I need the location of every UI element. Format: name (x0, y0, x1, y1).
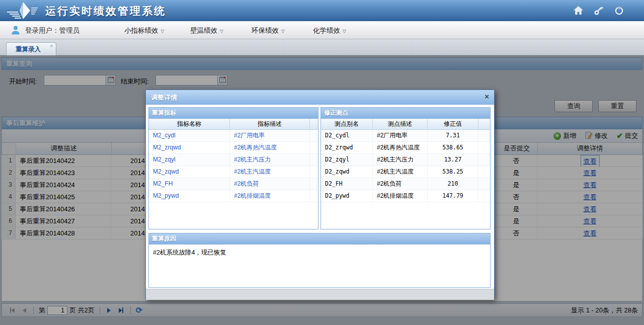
dialog-footer (146, 289, 494, 300)
power-icon[interactable] (613, 6, 624, 17)
corrected-point-panel: 修正测点 测点别名 测点描述 修正值 D2_cydl #2厂用电率 7.31 D… (320, 107, 491, 229)
point-row[interactable]: D2_pywd #2机排烟温度 147.79 (321, 190, 490, 202)
recalc-indicator-panel: 重算指标 指标名称 指标描述 M2_cydl #2厂用电率 M2_zrqwd #… (148, 107, 318, 229)
indicator-row[interactable]: M2_FH #2机负荷 (149, 178, 318, 190)
dropdown-arrow-icon: ▽ (220, 29, 223, 34)
recalc-reason-panel: 重算原因 #2机系统故障4，现已恢复 (148, 233, 491, 288)
dropdown-arrow-icon: ▽ (343, 29, 346, 34)
indicator-row[interactable]: M2_zqwd #2机主汽温度 (149, 166, 318, 178)
col-filler (310, 119, 318, 129)
point-row[interactable]: D2_zqyl #2机主汽压力 13.27 (321, 154, 490, 166)
menu-small-indicator-performance[interactable]: 小指标绩效▽ (124, 26, 164, 35)
col-point-alias[interactable]: 测点别名 (321, 119, 373, 129)
menu-bar: 登录用户：管理员 小指标绩效▽ 壁温绩效▽ 环保绩效▽ 化学绩效▽ (0, 21, 644, 39)
indicator-row[interactable]: M2_zrqwd #2机再热汽温度 (149, 142, 318, 154)
col-indicator-desc[interactable]: 指标描述 (230, 119, 310, 129)
point-row[interactable]: D2_zrqwd #2机再热汽温度 538.65 (321, 142, 490, 154)
reason-panel-title: 重算原因 (149, 233, 490, 245)
point-row[interactable]: D2_zqwd #2机主汽温度 538.25 (321, 166, 490, 178)
home-icon[interactable] (573, 6, 584, 17)
col-filler (478, 119, 490, 129)
dialog-title: 调整详情 (151, 93, 177, 102)
indicator-row[interactable]: M2_zqyl #2机主汽压力 (149, 154, 318, 166)
indicator-panel-title: 重算指标 (149, 108, 318, 119)
dialog-title-bar: 调整详情 × (146, 90, 494, 105)
col-correct-value[interactable]: 修正值 (428, 119, 478, 129)
key-icon[interactable] (593, 6, 604, 17)
dropdown-arrow-icon: ▽ (161, 29, 165, 34)
close-icon[interactable]: × (485, 92, 489, 101)
company-logo-icon (6, 1, 43, 22)
indicator-row[interactable]: M2_cydl #2厂用电率 (149, 130, 318, 142)
tab-close-icon[interactable]: × (50, 43, 53, 49)
tab-recalc-entry[interactable]: 重算录入 × (6, 42, 56, 55)
user-icon (11, 26, 20, 36)
menu-chemical-performance[interactable]: 化学绩效▽ (313, 26, 346, 35)
login-user-label: 登录用户：管理员 (25, 26, 79, 35)
reason-text: #2机系统故障4，现已恢复 (149, 245, 490, 261)
app-header: 运行实时绩效管理系统 (0, 0, 644, 21)
point-panel-title: 修正测点 (321, 108, 490, 119)
col-point-desc[interactable]: 测点描述 (373, 119, 428, 129)
adjust-detail-dialog: 调整详情 × 重算指标 指标名称 指标描述 M2_cydl #2厂用电率 M2_… (145, 90, 495, 299)
tab-strip: 重算录入 × (0, 39, 644, 55)
page-title: 运行实时绩效管理系统 (45, 4, 166, 18)
point-row[interactable]: D2_cydl #2厂用电率 7.31 (321, 130, 490, 142)
indicator-row[interactable]: M2_pywd #2机排烟温度 (149, 190, 318, 202)
col-indicator-name[interactable]: 指标名称 (149, 119, 230, 129)
point-row[interactable]: D2_FH #2机负荷 210 (321, 178, 490, 190)
menu-environment-performance[interactable]: 环保绩效▽ (252, 26, 285, 35)
menu-wall-temp-performance[interactable]: 壁温绩效▽ (190, 26, 223, 35)
dropdown-arrow-icon: ▽ (281, 29, 285, 34)
